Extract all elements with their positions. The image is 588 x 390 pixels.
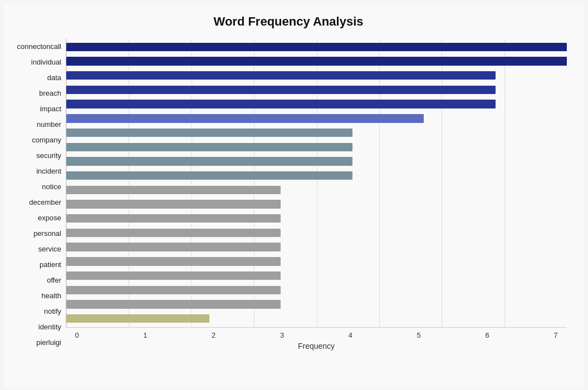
bar [66, 57, 567, 65]
bar [66, 100, 496, 108]
y-label: notice [42, 183, 61, 190]
y-label: connectoncall [17, 43, 62, 50]
bar-row [66, 169, 567, 183]
y-label: impact [40, 105, 61, 112]
x-axis-title: Frequency [66, 342, 567, 350]
x-tick-label: 0 [66, 331, 88, 339]
y-label: pierluigi [36, 339, 61, 346]
x-axis-labels: 01234567 [66, 328, 567, 339]
chart-area: connectoncallindividualdatabreachimpactn… [10, 39, 567, 350]
bar-row [66, 254, 567, 269]
bar [66, 314, 209, 323]
y-label: offer [47, 277, 61, 284]
bar-row [66, 126, 567, 140]
y-label: incident [36, 167, 61, 175]
bar-row [66, 54, 567, 68]
bar [66, 143, 352, 151]
bar [66, 243, 281, 251]
bar-row [66, 111, 567, 126]
bar-row [66, 211, 567, 226]
bar-row [66, 297, 567, 312]
bar [66, 271, 281, 280]
y-axis-labels: connectoncallindividualdatabreachimpactn… [10, 39, 66, 350]
bar-row [66, 68, 567, 83]
bar-row [66, 40, 567, 55]
bar-row [66, 83, 567, 97]
bar [66, 214, 281, 223]
chart-container: Word Frequency Analysis connectoncallind… [4, 3, 584, 387]
bar [66, 129, 352, 137]
y-label: personal [33, 230, 61, 237]
y-label: health [42, 292, 61, 299]
plot-area: 01234567 Frequency [66, 39, 567, 350]
bar-row [66, 183, 567, 198]
bar [66, 71, 496, 80]
bar-row [66, 154, 567, 169]
bar [66, 157, 352, 165]
bar [66, 257, 281, 265]
y-label: security [36, 152, 61, 159]
bar-row [66, 312, 567, 326]
bar-row [66, 283, 567, 297]
x-tick-label: 4 [339, 331, 361, 339]
y-label: breach [39, 90, 61, 97]
bar [66, 229, 281, 237]
y-label: individual [31, 58, 61, 66]
bar-row [66, 240, 567, 254]
y-label: identity [38, 323, 61, 330]
y-label: number [37, 121, 61, 128]
x-tick-label: 3 [271, 331, 293, 339]
bar [66, 86, 496, 94]
bar [66, 286, 281, 294]
bar [66, 43, 567, 51]
bar-row [66, 197, 567, 211]
x-tick-label: 5 [408, 331, 430, 339]
y-label: service [38, 245, 61, 253]
x-tick-label: 6 [476, 331, 498, 339]
x-tick-label: 2 [203, 331, 225, 339]
y-label: december [29, 199, 61, 206]
bar-row [66, 269, 567, 283]
bar [66, 186, 281, 194]
y-label: company [32, 136, 61, 144]
y-label: notify [44, 308, 61, 315]
bar [66, 171, 352, 180]
bar [66, 114, 424, 122]
y-label: patient [40, 261, 61, 268]
y-label: expose [38, 214, 61, 221]
x-tick-label: 1 [134, 331, 156, 339]
bar [66, 300, 281, 308]
bars-container [66, 39, 567, 327]
y-label: data [47, 74, 61, 81]
bar [66, 200, 281, 208]
bar-row [66, 140, 567, 154]
bar-row [66, 97, 567, 111]
x-tick-label: 7 [545, 331, 567, 339]
bar-row [66, 226, 567, 240]
grid-and-bars [66, 39, 567, 328]
chart-title: Word Frequency Analysis [10, 14, 567, 29]
